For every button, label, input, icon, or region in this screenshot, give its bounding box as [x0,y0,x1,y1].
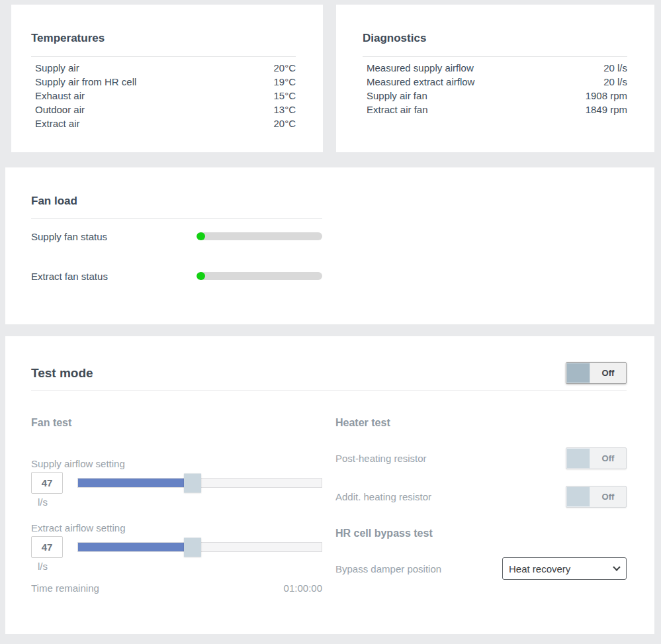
row-label: Extract air fan [367,103,428,116]
table-row: Outdoor air 13°C [31,103,296,116]
diagnostics-table: Measured supply airflow 20 l/s Measured … [363,56,627,116]
table-row: Extract air fan 1849 rpm [363,103,627,116]
test-mode-toggle[interactable]: Off [566,362,627,384]
temperatures-title: Temperatures [31,31,323,46]
row-label: Supply air fan [367,89,427,103]
temperatures-panel: Temperatures Supply air 20°C Supply air … [11,5,323,152]
slider-fill [78,543,193,551]
toggle-knob [566,486,590,507]
supply-fan-load-fill [197,232,205,240]
test-mode-panel: Test mode Off Fan test Supply airflow se… [5,336,654,634]
supply-fan-status-label: Supply fan status [31,231,197,242]
bypass-damper-row: Bypass damper position Heat recovery [335,557,627,580]
extract-airflow-label: Extract airflow setting [31,521,322,535]
time-remaining-value: 01:00:00 [284,581,322,595]
slider-fill [78,479,193,487]
row-label: Measured extract airflow [367,75,474,89]
post-heating-row: Post-heating resistor Off [335,447,627,469]
extract-airflow-input[interactable] [31,536,63,558]
bypass-damper-select[interactable]: Heat recovery [502,557,627,580]
supply-fan-status-row: Supply fan status [31,228,322,244]
toggle-knob [566,363,590,383]
toggle-knob [566,448,590,469]
extract-fan-load-bar [197,272,322,280]
row-value: 1908 rpm [586,89,627,103]
supply-airflow-input[interactable] [31,472,63,494]
test-mode-header: Test mode Off [31,362,627,384]
addit-heating-row: Addit. heating resistor Off [335,486,627,508]
heater-test-section: Heater test Post-heating resistor Off Ad… [335,416,627,580]
row-value: 15°C [273,89,296,103]
test-mode-title: Test mode [31,366,93,381]
row-value: 1849 rpm [586,103,627,116]
extract-airflow-unit: l/s [38,559,322,573]
slider-handle[interactable] [184,537,201,557]
diagnostics-title: Diagnostics [363,31,654,46]
supply-airflow-label: Supply airflow setting [31,457,322,471]
extract-fan-status-label: Extract fan status [31,271,197,282]
supply-airflow-row [31,472,322,494]
extract-fan-status-row: Extract fan status [31,268,322,284]
supply-airflow-slider[interactable] [77,478,322,488]
table-row: Supply air 20°C [31,61,296,75]
addit-heating-toggle[interactable]: Off [566,486,627,508]
extract-airflow-row [31,536,322,558]
table-row: Supply air fan 1908 rpm [363,89,627,103]
extract-fan-load-fill [197,272,205,280]
fan-test-section: Fan test Supply airflow setting l/s Extr… [31,416,322,595]
supply-fan-load-bar [197,232,322,240]
row-value: 20 l/s [603,61,627,75]
toggle-state-label: Off [590,363,626,383]
row-value: 13°C [273,103,296,116]
row-value: 20°C [273,61,296,75]
row-value: 20 l/s [603,75,627,89]
row-value: 19°C [273,75,296,89]
supply-airflow-unit: l/s [38,495,322,509]
row-label: Measured supply airflow [367,61,474,75]
row-label: Supply air [35,61,79,75]
post-heating-toggle[interactable]: Off [566,447,627,469]
fan-test-title: Fan test [31,416,322,430]
heater-test-title: Heater test [335,416,627,430]
row-label: Supply air from HR cell [35,75,136,89]
table-row: Exhaust air 15°C [31,89,296,103]
row-label: Extract air [35,116,80,130]
time-remaining-label: Time remaining [31,581,99,595]
divider [31,218,322,219]
divider [31,391,627,391]
fan-load-title: Fan load [31,194,654,208]
post-heating-label: Post-heating resistor [335,453,427,464]
hr-bypass-title: HR cell bypass test [335,526,627,541]
bypass-damper-label: Bypass damper position [335,563,441,575]
fan-load-panel: Fan load Supply fan status Extract fan s… [5,167,654,324]
table-row: Measured supply airflow 20 l/s [363,61,627,75]
time-remaining-row: Time remaining 01:00:00 [31,581,322,595]
row-value: 20°C [273,116,296,130]
row-label: Outdoor air [35,103,85,116]
toggle-state-label: Off [590,448,626,469]
table-row: Measured extract airflow 20 l/s [363,75,627,89]
extract-airflow-slider[interactable] [77,542,322,552]
diagnostics-panel: Diagnostics Measured supply airflow 20 l… [336,5,654,152]
table-row: Extract air 20°C [31,116,296,130]
addit-heating-label: Addit. heating resistor [335,491,431,502]
toggle-state-label: Off [590,486,626,507]
bypass-damper-select-wrap: Heat recovery [502,557,627,580]
temperatures-table: Supply air 20°C Supply air from HR cell … [31,56,296,130]
slider-handle[interactable] [184,473,201,492]
table-row: Supply air from HR cell 19°C [31,75,296,89]
row-label: Exhaust air [35,89,85,103]
